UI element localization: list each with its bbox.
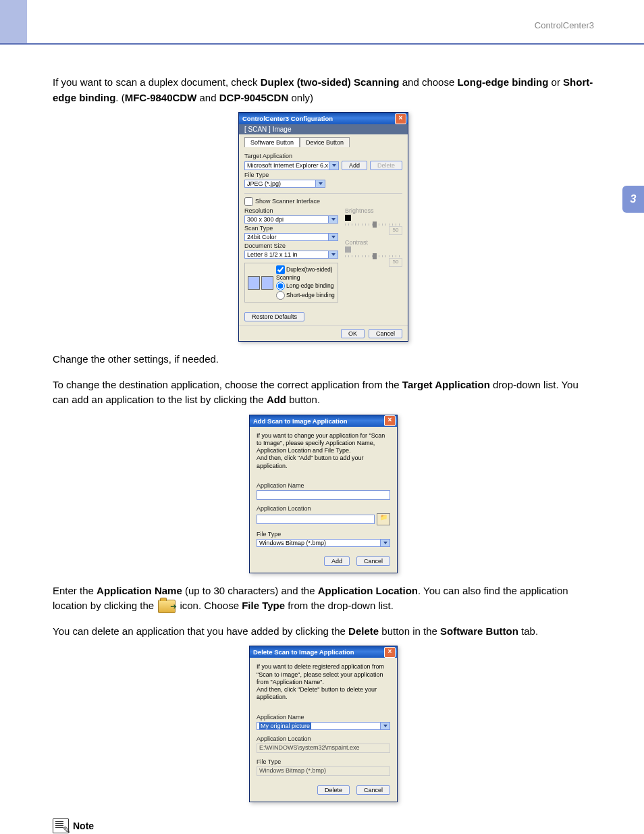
file-type-select[interactable]: JPEG (*.jpg) bbox=[244, 180, 325, 188]
add-button[interactable]: Add bbox=[324, 556, 350, 566]
delete-button[interactable]: Delete bbox=[317, 785, 350, 795]
scan-type-label: Scan Type bbox=[244, 225, 338, 232]
doc-size-select[interactable]: Letter 8 1/2 x 11 in bbox=[244, 251, 338, 259]
folder-icon bbox=[158, 600, 176, 613]
app-name-label: Application Name bbox=[257, 714, 390, 721]
config-subtitle: [ SCAN ] Image bbox=[239, 124, 408, 134]
file-type-label: File Type bbox=[257, 531, 390, 538]
chapter-tab: 3 bbox=[622, 186, 644, 213]
restore-defaults-button[interactable]: Restore Defaults bbox=[244, 312, 304, 321]
target-app-label: Target Application bbox=[244, 153, 402, 159]
file-type-value: Windows Bitmap (*.bmp) bbox=[257, 766, 390, 776]
tab-software-button[interactable]: Software Button bbox=[244, 137, 300, 147]
note-icon bbox=[53, 818, 69, 833]
contrast-label: Contrast bbox=[345, 239, 402, 246]
para-duplex: If you want to scan a duplex document, c… bbox=[53, 75, 594, 105]
cancel-button[interactable]: Cancel bbox=[369, 329, 402, 338]
file-type-select[interactable]: Windows Bitmap (*.bmp) bbox=[257, 539, 390, 547]
para-change-settings: Change the other settings, if needed. bbox=[53, 352, 594, 367]
add-dialog-title: Add Scan to Image Application bbox=[253, 417, 348, 425]
delete-dialog-msg: If you want to delete registered applica… bbox=[257, 663, 390, 710]
tab-device-button[interactable]: Device Button bbox=[300, 137, 350, 147]
contrast-slider[interactable] bbox=[345, 255, 402, 257]
para-target-app: To change the destination application, c… bbox=[53, 377, 594, 408]
long-edge-radio[interactable]: Long-edge binding bbox=[276, 282, 335, 290]
duplex-thumb-icon bbox=[248, 276, 260, 290]
doc-size-label: Document Size bbox=[244, 242, 338, 249]
add-button[interactable]: Add bbox=[342, 161, 367, 170]
app-name-select[interactable]: My original picture bbox=[257, 722, 390, 730]
para-delete: You can delete an application that you h… bbox=[53, 624, 594, 640]
config-dialog: ControlCenter3 Configuration × [ SCAN ] … bbox=[238, 112, 408, 342]
show-scanner-checkbox[interactable]: Show Scanner Interface bbox=[244, 197, 402, 206]
resolution-select[interactable]: 300 x 300 dpi bbox=[244, 215, 338, 224]
section-header: ControlCenter3 bbox=[27, 0, 644, 43]
cancel-button[interactable]: Cancel bbox=[356, 556, 390, 566]
duplex-thumb-icon bbox=[261, 276, 273, 290]
para-app-name: Enter the Application Name (up to 30 cha… bbox=[53, 583, 594, 614]
app-location-input[interactable] bbox=[257, 515, 375, 524]
file-type-label: File Type bbox=[257, 758, 390, 765]
delete-button: Delete bbox=[370, 161, 402, 170]
sidebar-accent bbox=[0, 0, 27, 43]
config-dialog-title: ControlCenter3 Configuration bbox=[242, 115, 333, 122]
add-dialog-msg: If you want to change your application f… bbox=[257, 432, 390, 479]
delete-app-dialog: Delete Scan to Image Application × If yo… bbox=[249, 646, 398, 802]
brightness-label: Brightness bbox=[345, 207, 402, 214]
app-name-label: Application Name bbox=[257, 482, 390, 489]
app-name-input[interactable] bbox=[257, 490, 390, 500]
delete-dialog-title: Delete Scan to Image Application bbox=[253, 648, 354, 656]
note-title: Note bbox=[73, 820, 94, 831]
app-location-value: E:\WINDOWS\system32\mspaint.exe bbox=[257, 744, 390, 753]
file-type-label: File Type bbox=[244, 172, 402, 178]
app-location-label: Application Location bbox=[257, 505, 390, 512]
app-location-label: Application Location bbox=[257, 735, 390, 742]
target-app-select[interactable]: Microsoft Internet Explorer 6.x bbox=[244, 161, 339, 170]
duplex-checkbox[interactable]: Duplex(two-sided) Scanning bbox=[276, 265, 335, 281]
short-edge-radio[interactable]: Short-edge binding bbox=[276, 291, 335, 300]
close-icon[interactable]: × bbox=[395, 113, 406, 124]
ok-button[interactable]: OK bbox=[341, 329, 365, 338]
close-icon[interactable]: × bbox=[384, 647, 396, 658]
add-app-dialog: Add Scan to Image Application × If you w… bbox=[249, 415, 398, 573]
note-block: Note This function is also available for… bbox=[53, 818, 594, 835]
cancel-button[interactable]: Cancel bbox=[356, 785, 390, 795]
brightness-slider[interactable] bbox=[345, 224, 402, 226]
browse-icon[interactable]: 📁 bbox=[377, 513, 390, 525]
scan-type-select[interactable]: 24bit Color bbox=[244, 233, 338, 241]
resolution-label: Resolution bbox=[244, 207, 338, 214]
close-icon[interactable]: × bbox=[384, 415, 396, 426]
